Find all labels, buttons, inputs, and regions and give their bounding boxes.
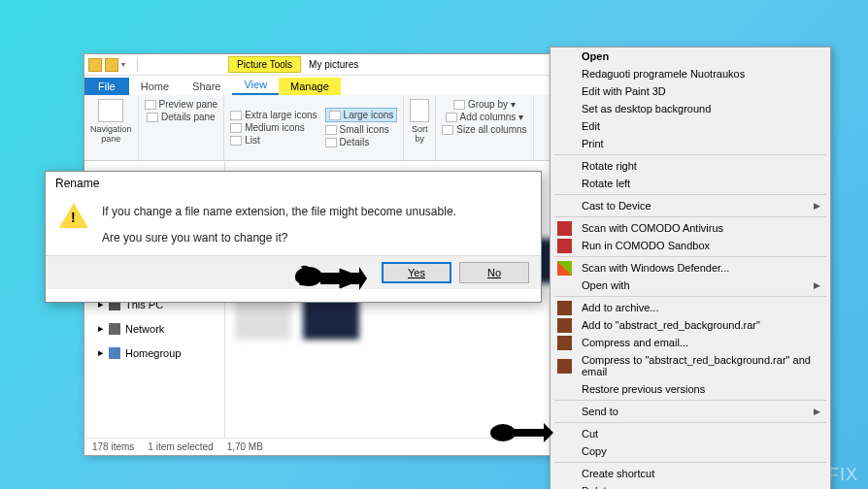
ctx-open-with-label: Open with [582, 279, 630, 291]
medium-label: Medium icons [245, 122, 305, 133]
chevron-right-icon: ▶ [814, 407, 820, 416]
ctx-delete[interactable]: Delete [551, 482, 830, 489]
ctx-add-arch-label: Add to archive... [582, 302, 659, 313]
ctx-send-to-label: Send to [582, 406, 618, 417]
ctx-add-to-label: Add to "abstract_red_background.rar" [582, 319, 760, 331]
ctx-copy[interactable]: Copy [551, 442, 830, 460]
sort-by-label: Sort by [412, 124, 428, 144]
ctx-send-to[interactable]: Send to▶ [551, 403, 830, 420]
ctx-scan-def[interactable]: Scan with Windows Defender... [551, 259, 830, 277]
columns-icon [446, 113, 457, 122]
ctx-delete-label: Delete [582, 485, 613, 489]
ctx-open[interactable]: Open [551, 48, 830, 65]
ctx-comp-email[interactable]: Compress and email... [551, 334, 830, 351]
ctx-shortcut[interactable]: Create shortcut [551, 465, 830, 482]
medium-icons-button[interactable]: Medium icons [230, 122, 317, 133]
preview-pane-button[interactable]: Preview pane [145, 99, 218, 110]
group-by-button[interactable]: Group by ▾ [453, 99, 516, 110]
ctx-print[interactable]: Print [551, 135, 830, 152]
large-icons-button[interactable]: Large icons [325, 108, 398, 122]
status-items: 178 items [92, 441, 134, 454]
comodo-icon [557, 239, 572, 253]
ribbon-panes-group: Navigation pane [84, 95, 139, 160]
ctx-separator [554, 422, 826, 423]
tab-manage[interactable]: Manage [279, 78, 341, 95]
ctx-rotate-r[interactable]: Rotate right [551, 157, 830, 175]
dialog-body: ! If you change a file name extension, t… [46, 195, 541, 255]
pointer-rename [487, 415, 555, 450]
extra-large-icons-button[interactable]: Extra large icons [230, 110, 317, 120]
folder-icon [105, 58, 118, 72]
picture-tools-tab[interactable]: Picture Tools [228, 56, 301, 73]
small-icons-button[interactable]: Small icons [325, 124, 398, 135]
chevron-right-icon: ▶ [814, 201, 820, 211]
ctx-run-comodo[interactable]: Run in COMODO Sandbox [551, 237, 830, 254]
network-label: Network [125, 323, 164, 335]
dialog-line1: If you change a file name extension, the… [102, 203, 456, 221]
size-all-label: Size all columns [456, 124, 526, 135]
ctx-rotate-l-label: Rotate left [582, 178, 630, 189]
ctx-restore[interactable]: Restore previous versions [551, 380, 830, 398]
tab-file[interactable]: File [84, 78, 129, 95]
ctx-comp-to[interactable]: Compress to "abstract_red_background.rar… [551, 351, 830, 380]
group-icon [453, 100, 465, 110]
ctx-edit-prog[interactable]: Redaguoti programele Nuotraukos [551, 65, 830, 82]
details-pane-button[interactable]: Details pane [147, 112, 216, 122]
ctx-separator [554, 216, 826, 217]
ctx-add-archive[interactable]: Add to archive... [551, 299, 830, 316]
status-selected: 1 item selected [148, 441, 213, 454]
sidebar-item-network[interactable]: ▸ Network [88, 320, 220, 337]
ctx-add-to[interactable]: Add to "abstract_red_background.rar" [551, 316, 830, 334]
layout-icon [230, 111, 242, 120]
svg-point-1 [490, 424, 516, 441]
ctx-comp-to-label: Compress to "abstract_red_background.rar… [582, 354, 820, 377]
ctx-open-label: Open [582, 50, 609, 62]
ctx-separator [554, 462, 826, 463]
ctx-separator [554, 256, 826, 257]
tab-home[interactable]: Home [129, 78, 181, 95]
ctx-open-with[interactable]: Open with▶ [551, 277, 830, 294]
add-columns-button[interactable]: Add columns ▾ [446, 112, 524, 122]
details-view-button[interactable]: Details [325, 137, 398, 147]
dialog-title: Rename [46, 172, 541, 195]
no-button[interactable]: No [459, 262, 529, 283]
ctx-cast[interactable]: Cast to Device▶ [551, 197, 830, 214]
yes-label: Yes [408, 267, 425, 278]
ctx-scan-comodo-label: Scan with COMODO Antivirus [582, 222, 723, 234]
no-label: No [487, 267, 501, 278]
ribbon-current-view-group: Group by ▾ Add columns ▾ Size all column… [436, 95, 533, 160]
sidebar-item-homegroup[interactable]: ▸ Homegroup [88, 344, 220, 361]
ctx-scan-comodo[interactable]: Scan with COMODO Antivirus [551, 219, 830, 237]
layout-icon [325, 125, 337, 135]
yes-button[interactable]: Yes [382, 262, 451, 283]
chevron-down-icon[interactable]: ▾ [121, 60, 131, 70]
small-label: Small icons [340, 124, 389, 135]
list-button[interactable]: List [230, 135, 317, 146]
ribbon-layout-group: Extra large icons Medium icons List Larg… [224, 95, 404, 160]
ctx-paint3d[interactable]: Edit with Paint 3D [551, 82, 830, 100]
ctx-comp-email-label: Compress and email... [582, 337, 688, 348]
svg-point-0 [295, 267, 322, 286]
ctx-rotate-l[interactable]: Rotate left [551, 175, 830, 192]
homegroup-label: Homegroup [125, 347, 181, 359]
ribbon-sort-group: Sort by [404, 95, 436, 160]
ctx-edit[interactable]: Edit [551, 117, 830, 135]
ctx-scan-def-label: Scan with Windows Defender... [582, 262, 729, 274]
ctx-shortcut-label: Create shortcut [582, 468, 654, 479]
layout-icon [230, 136, 242, 146]
tab-view[interactable]: View [232, 76, 279, 95]
ctx-set-bg[interactable]: Set as desktop background [551, 100, 830, 117]
network-icon [109, 323, 120, 335]
nav-pane-icon[interactable] [98, 99, 123, 122]
tab-share[interactable]: Share [181, 78, 232, 95]
details-label: Details [340, 137, 370, 147]
defender-icon [557, 261, 572, 276]
layout-icon [230, 123, 242, 133]
ctx-separator [554, 194, 826, 195]
ctx-run-comodo-label: Run in COMODO Sandbox [582, 240, 710, 251]
ctx-cut[interactable]: Cut [551, 425, 830, 442]
size-all-button[interactable]: Size all columns [442, 124, 526, 135]
context-menu: Open Redaguoti programele Nuotraukos Edi… [550, 47, 831, 489]
folder-icon [88, 58, 102, 72]
sort-icon[interactable] [410, 99, 429, 122]
